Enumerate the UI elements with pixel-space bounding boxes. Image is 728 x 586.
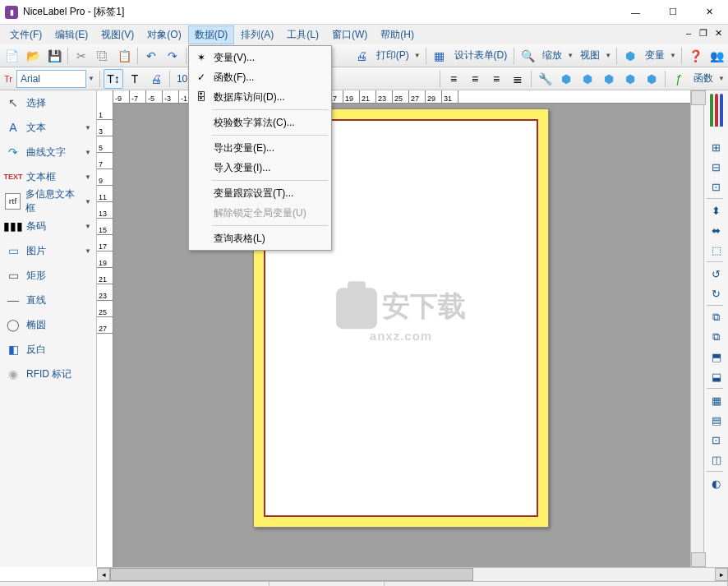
font-toggle-2[interactable]: T	[125, 69, 145, 89]
cube-button-4[interactable]: ⬢	[620, 69, 640, 89]
design-form-label[interactable]: 设计表单(D)	[451, 48, 511, 62]
horizontal-scrollbar[interactable]: ◂ ▸	[97, 567, 728, 581]
scroll-track[interactable]	[110, 568, 715, 581]
chevron-down-icon[interactable]: ▼	[85, 124, 91, 132]
rail-button[interactable]: ⊡	[707, 177, 726, 196]
tool-RFID 标记[interactable]: ◉RFID 标记	[0, 362, 96, 386]
menu-item-导出变量(E)...[interactable]: 导出变量(E)...	[191, 138, 329, 158]
redo-button[interactable]: ↷	[163, 46, 182, 66]
tool-文本[interactable]: A文本▼	[0, 115, 96, 140]
rail-button[interactable]: ↻	[707, 284, 726, 303]
paste-button[interactable]: 📋	[114, 46, 134, 66]
tool-选择[interactable]: ↖选择	[0, 90, 96, 115]
vertical-scrollbar[interactable]	[690, 90, 703, 567]
chevron-down-icon[interactable]: ▼	[718, 75, 726, 82]
chevron-down-icon[interactable]: ▼	[85, 223, 91, 230]
rail-button[interactable]: ⬍	[707, 201, 726, 220]
font-name-combo[interactable]: Arial	[16, 70, 86, 88]
chevron-down-icon[interactable]: ▼	[85, 173, 91, 181]
cube-button-2[interactable]: ⬢	[578, 69, 597, 89]
rail-button[interactable]: ◫	[707, 450, 726, 469]
rail-button[interactable]: ⊡	[707, 430, 726, 450]
mdi-restore[interactable]: ❐	[697, 26, 710, 39]
rail-button[interactable]: ▦	[707, 390, 726, 410]
color-pens[interactable]	[709, 94, 724, 131]
align-left-button[interactable]: ≡	[444, 69, 463, 89]
menu-工具(L)[interactable]: 工具(L)	[280, 25, 325, 44]
menu-item-校验数字算法(C)...[interactable]: 校验数字算法(C)...	[191, 113, 329, 132]
cube-button-3[interactable]: ⬢	[599, 69, 619, 89]
cut-button[interactable]: ✂	[71, 46, 91, 66]
rail-button[interactable]: ⧉	[707, 327, 726, 347]
menu-item-变量跟踪设置(T)...[interactable]: 变量跟踪设置(T)...	[191, 183, 329, 203]
chevron-down-icon[interactable]: ▼	[88, 75, 96, 82]
rail-button[interactable]: ⬓	[707, 367, 726, 386]
menu-排列(A)[interactable]: 排列(A)	[234, 25, 280, 44]
tool-条码[interactable]: ▮▮▮条码▼	[0, 214, 96, 238]
scroll-thumb[interactable]	[110, 568, 473, 581]
function-label[interactable]: 函数	[690, 72, 716, 85]
tool-矩形[interactable]: ▭矩形	[0, 263, 96, 288]
menu-帮助(H)[interactable]: 帮助(H)	[374, 25, 421, 44]
menu-数据(D)[interactable]: 数据(D)	[188, 25, 235, 44]
save-button[interactable]: 💾	[44, 46, 64, 66]
tool-直线[interactable]: —直线	[0, 288, 96, 312]
chevron-down-icon[interactable]: ▼	[567, 52, 575, 59]
menu-item-查询表格(L)[interactable]: 查询表格(L)	[191, 228, 329, 248]
tool-图片[interactable]: ▭图片▼	[0, 238, 96, 263]
cube-button-5[interactable]: ⬢	[642, 69, 661, 89]
rail-button[interactable]: ↺	[707, 264, 726, 284]
mdi-minimize[interactable]: –	[682, 26, 695, 39]
new-button[interactable]: 📄	[2, 46, 21, 66]
mdi-close[interactable]: ✕	[712, 26, 725, 39]
tool-button[interactable]: 🔧	[535, 69, 555, 89]
print-icon[interactable]: 🖨	[352, 46, 371, 66]
help-button[interactable]: ❓	[685, 46, 705, 66]
menu-item-变量(V)...[interactable]: ✶变量(V)...	[191, 48, 329, 67]
print-label[interactable]: 打印(P)	[373, 48, 412, 62]
close-button[interactable]: ✕	[691, 0, 728, 24]
align-justify-button[interactable]: ≣	[508, 69, 528, 89]
chevron-down-icon[interactable]: ▼	[414, 52, 422, 59]
maximize-button[interactable]: ☐	[654, 0, 691, 24]
rail-button[interactable]: ⬒	[707, 347, 726, 367]
rail-button[interactable]: ⬌	[707, 220, 726, 240]
chevron-down-icon[interactable]: ▼	[670, 52, 678, 59]
rail-button[interactable]: ⬚	[707, 240, 726, 260]
undo-button[interactable]: ↶	[141, 46, 161, 66]
tool-文本框[interactable]: TEXT文本框▼	[0, 164, 96, 189]
rail-button[interactable]: ⊟	[707, 157, 726, 177]
menu-对象(O)[interactable]: 对象(O)	[141, 25, 187, 44]
open-button[interactable]: 📂	[23, 46, 43, 66]
menu-窗口(W)[interactable]: 窗口(W)	[325, 25, 374, 44]
function-icon[interactable]: ƒ	[669, 69, 689, 89]
zoom-icon[interactable]: 🔍	[518, 46, 537, 66]
print-preview-button[interactable]: 🖨	[146, 69, 166, 89]
align-center-button[interactable]: ≡	[465, 69, 485, 89]
design-form-icon[interactable]: ▦	[430, 46, 449, 66]
align-right-button[interactable]: ≡	[486, 69, 506, 89]
rail-button[interactable]: ⧉	[707, 307, 726, 327]
zoom-label[interactable]: 缩放	[539, 48, 565, 62]
menu-item-函数(F)...[interactable]: ✓函数(F)...	[191, 67, 329, 87]
font-toggle-1[interactable]: T↕	[104, 69, 123, 89]
chevron-down-icon[interactable]: ▼	[85, 198, 91, 205]
scroll-right-button[interactable]: ▸	[715, 568, 728, 581]
menu-item-导入变量(I)...[interactable]: 导入变量(I)...	[191, 158, 329, 178]
tool-椭圆[interactable]: ◯椭圆	[0, 312, 96, 337]
cube-button-1[interactable]: ⬢	[556, 69, 576, 89]
variable-icon[interactable]: ⬢	[620, 46, 640, 66]
tool-多信息文本框[interactable]: rtf多信息文本框▼	[0, 189, 96, 214]
scroll-left-button[interactable]: ◂	[97, 568, 110, 581]
rail-button[interactable]: ▤	[707, 410, 726, 430]
chevron-down-icon[interactable]: ▼	[85, 149, 91, 156]
rail-button[interactable]: ⊞	[707, 137, 726, 157]
menu-编辑(E)[interactable]: 编辑(E)	[48, 25, 94, 44]
minimize-button[interactable]: —	[617, 0, 654, 24]
menu-文件(F)[interactable]: 文件(F)	[3, 25, 48, 44]
chevron-down-icon[interactable]: ▼	[605, 52, 613, 59]
view-label[interactable]: 视图	[577, 48, 603, 62]
copy-button[interactable]: ⿻	[93, 46, 113, 66]
tool-反白[interactable]: ◧反白	[0, 337, 96, 362]
menu-视图(V)[interactable]: 视图(V)	[94, 25, 141, 44]
